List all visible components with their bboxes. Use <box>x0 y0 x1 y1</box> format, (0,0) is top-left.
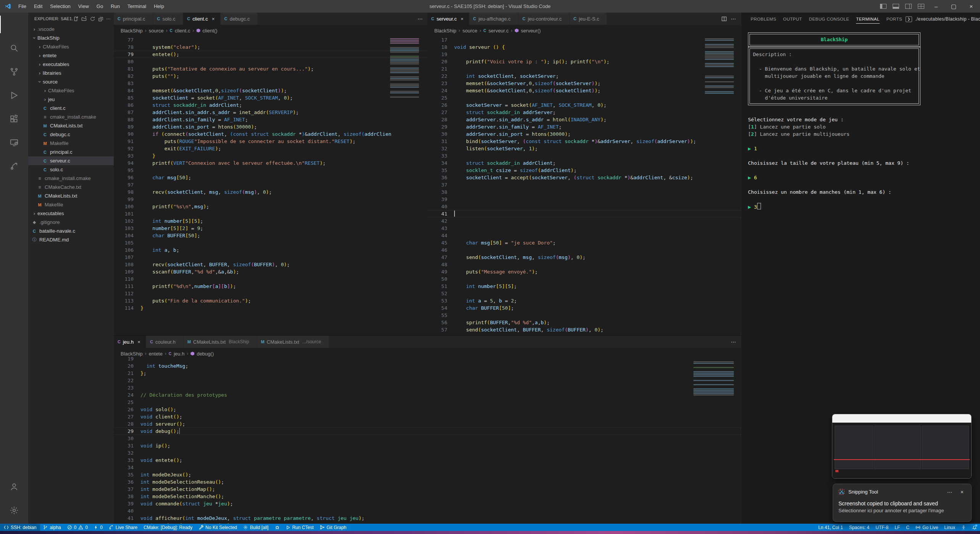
tree-item-source[interactable]: ›source <box>28 77 114 86</box>
tree-item-.gitignore[interactable]: ◆.gitignore <box>28 218 114 227</box>
panel-tab-ports[interactable]: PORTS <box>883 13 906 26</box>
more-actions-icon[interactable]: ⋯ <box>731 339 736 345</box>
status-cmake-kit[interactable]: No Kit Selected <box>195 524 240 531</box>
tree-item-CMakeLists.txt[interactable]: MCMakeLists.txt <box>28 121 114 130</box>
status-git-branch[interactable]: alpha <box>40 524 64 531</box>
tree-item-cmake_install.cmake[interactable]: ≡cmake_install.cmake <box>28 174 114 183</box>
tab-close-icon[interactable]: × <box>210 16 216 22</box>
collapse-all-icon[interactable] <box>98 16 104 22</box>
status-live-share[interactable]: Live Share <box>106 524 140 531</box>
tab-jeu-controleur.c[interactable]: Cjeu-controleur.c <box>519 13 570 25</box>
status-run-ctest[interactable]: Run CTest <box>283 524 317 531</box>
panel-tab-terminal[interactable]: TERMINAL <box>853 13 883 26</box>
menu-run[interactable]: Run <box>107 2 123 10</box>
tab-close-icon[interactable]: × <box>459 16 465 22</box>
menu-go[interactable]: Go <box>93 2 106 10</box>
tab-close-icon[interactable]: × <box>136 339 142 345</box>
status-ports[interactable]: 0 <box>91 524 106 531</box>
tab-couleur.h[interactable]: Ccouleur.h <box>146 336 184 348</box>
toast-more-icon[interactable]: ⋯ <box>945 489 955 495</box>
tree-item-README.md[interactable]: ⓘREADME.md <box>28 235 114 244</box>
menu-edit[interactable]: Edit <box>31 2 46 10</box>
status-remote[interactable]: SSH: debian <box>0 524 40 531</box>
status-cursor-position[interactable]: Ln 41, Col 1 <box>815 524 846 531</box>
tab-solo.c[interactable]: Csolo.c <box>153 13 183 25</box>
panel-tab-output[interactable]: OUTPUT <box>780 13 806 26</box>
status-cmake-status[interactable]: CMake: [Debug]: Ready <box>140 524 195 531</box>
split-editor-icon[interactable] <box>721 16 727 22</box>
status-cmake-debug[interactable] <box>272 524 283 531</box>
screenshot-preview-window[interactable] <box>832 414 972 479</box>
toggle-sidebar-icon[interactable] <box>880 4 887 9</box>
close-button[interactable]: × <box>962 0 980 13</box>
minimap[interactable] <box>704 38 735 217</box>
tab-jeu-affichage.c[interactable]: Cjeu-affichage.c <box>469 13 519 25</box>
status-cmake-build[interactable]: Build [all] <box>240 524 272 531</box>
tab-client.c[interactable]: Cclient.c× <box>183 13 220 25</box>
toggle-secondary-sidebar-icon[interactable] <box>905 4 912 9</box>
panel-tab-problems[interactable]: PROBLEMS <box>747 13 780 26</box>
new-folder-icon[interactable] <box>81 16 87 22</box>
minimap[interactable] <box>389 38 420 148</box>
tree-item-Makefile[interactable]: MMakefile <box>28 139 114 148</box>
code-editor[interactable]: 77 78 system("clear");79 entete();80 81 … <box>114 36 427 335</box>
more-actions-icon[interactable]: ⋯ <box>731 16 736 22</box>
status-problems[interactable]: 00 <box>64 524 91 531</box>
tab-jeu.h[interactable]: Cjeu.h× <box>114 336 146 348</box>
status-eol[interactable]: LF <box>891 524 903 531</box>
tree-item-.vscode[interactable]: ›.vscode <box>28 25 114 34</box>
activity-run-and-debug-icon[interactable] <box>0 84 28 107</box>
tree-item-CMakeFiles[interactable]: ›CMakeFiles <box>28 42 114 51</box>
menu-view[interactable]: View <box>75 2 92 10</box>
code-editor[interactable]: 17 18void serveur () {19 20 printf("Voic… <box>427 36 741 335</box>
tab-CMakeLists.txt[interactable]: MCMakeLists.txt.../source <box>257 336 329 348</box>
toast-submessage[interactable]: Sélectionner ici pour annoter et partage… <box>838 508 966 513</box>
tab-principal.c[interactable]: Cprincipal.c <box>114 13 153 25</box>
activity-remote-explorer-icon[interactable] <box>0 131 28 154</box>
status-indentation[interactable]: Spaces: 4 <box>846 524 872 531</box>
activity-live-share-icon[interactable] <box>0 154 28 178</box>
toggle-panel-icon[interactable] <box>893 4 899 9</box>
tree-item-bataille-navale.c[interactable]: Cbataille-navale.c <box>28 227 114 235</box>
tree-item-executables[interactable]: ›executables <box>28 209 114 218</box>
status-encoding[interactable]: UTF-8 <box>872 524 891 531</box>
tree-item-CMakeCache.txt[interactable]: ≡CMakeCache.txt <box>28 183 114 191</box>
menu-file[interactable]: File <box>15 2 30 10</box>
tree-item-CMakeLists.txt[interactable]: MCMakeLists.txt <box>28 191 114 200</box>
tab-serveur.c[interactable]: Cserveur.c× <box>427 13 469 25</box>
tree-item-BlackShip[interactable]: ›BlackShip <box>28 34 114 42</box>
tab-jeu-E-S.c[interactable]: Cjeu-E-S.c <box>570 13 607 25</box>
activity-explorer-icon[interactable] <box>0 13 28 36</box>
breadcrumb[interactable]: BlackShip›source›Cclient.c›client() <box>114 25 427 36</box>
tree-item-cmake_install.cmake[interactable]: ≡cmake_install.cmake <box>28 113 114 121</box>
tree-item-serveur.c[interactable]: Cserveur.c <box>28 156 114 165</box>
restore-button[interactable]: ▢ <box>945 0 962 13</box>
snipping-tool-toast[interactable]: Snipping Tool ⋯ × Screenshot copied to c… <box>833 484 972 522</box>
tree-item-librairies[interactable]: ›librairies <box>28 69 114 77</box>
refresh-icon[interactable] <box>90 16 95 22</box>
tree-item-client.c[interactable]: Cclient.c <box>28 104 114 113</box>
minimize-button[interactable]: – <box>927 0 945 13</box>
activity-search-icon[interactable] <box>0 36 28 60</box>
panel-tab-debug-console[interactable]: DEBUG CONSOLE <box>806 13 853 26</box>
tab-CMakeLists.txt[interactable]: MCMakeLists.txtBlackShip <box>184 336 257 348</box>
status-go-live[interactable]: Go Live <box>912 524 941 531</box>
status-language-mode[interactable]: C <box>903 524 912 531</box>
tree-item-executables[interactable]: ›executables <box>28 60 114 69</box>
tree-item-debugc.c[interactable]: Cdebugc.c <box>28 130 114 139</box>
tree-item-jeu[interactable]: ›jeu <box>28 95 114 104</box>
minimap[interactable] <box>693 361 735 391</box>
tree-item-entete[interactable]: ›entete <box>28 51 114 60</box>
tree-item-CMakeFiles[interactable]: ›CMakeFiles <box>28 86 114 95</box>
status-git-graph[interactable]: Git Graph <box>317 524 350 531</box>
customize-layout-icon[interactable] <box>918 4 924 9</box>
status-os[interactable]: Linux <box>941 524 958 531</box>
menu-terminal[interactable]: Terminal <box>124 2 150 10</box>
tree-item-Makefile[interactable]: MMakefile <box>28 200 114 209</box>
more-actions-icon[interactable]: ⋯ <box>106 16 111 21</box>
tree-item-solo.c[interactable]: Csolo.c <box>28 165 114 174</box>
status-notifications[interactable] <box>969 524 980 531</box>
breadcrumb[interactable]: BlackShip›source›Cserveur.c›serveur() <box>427 25 741 36</box>
new-file-icon[interactable] <box>73 16 79 22</box>
toast-close-icon[interactable]: × <box>958 489 966 495</box>
